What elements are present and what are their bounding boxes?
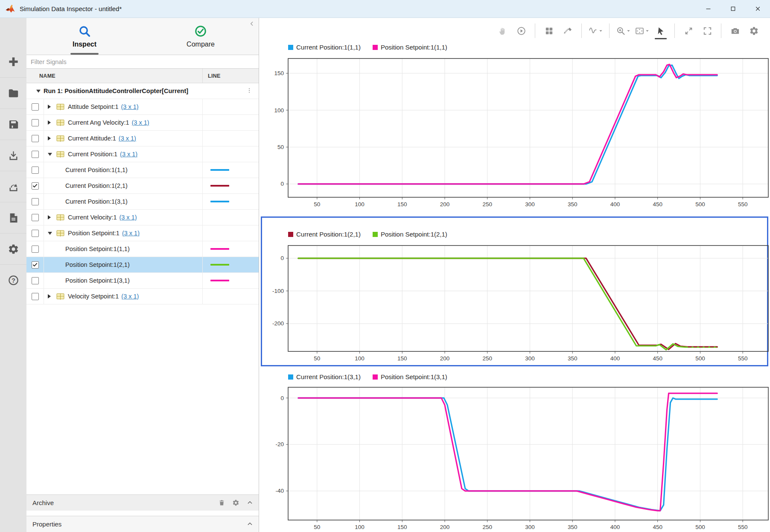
- legend-item[interactable]: Position Setpoint:1(2,1): [373, 231, 447, 238]
- chart-2-plot[interactable]: 501001502002503003504004505005500-100-20…: [259, 241, 770, 365]
- tab-inspect[interactable]: Inspect: [26, 18, 143, 55]
- chart-3-plot[interactable]: 501001502002503003504004505005500-20-40: [259, 383, 770, 532]
- signal-checkbox[interactable]: [32, 277, 39, 284]
- signal-checkbox[interactable]: [32, 293, 39, 300]
- archive-settings-icon[interactable]: [232, 499, 239, 506]
- archive-trash-icon[interactable]: [218, 499, 225, 506]
- signal-group-row[interactable]: Current Attitude:1(3 x 1): [26, 131, 259, 146]
- matrix-signal-icon: [56, 214, 64, 221]
- line-style-swatch[interactable]: [210, 264, 229, 266]
- signal-dims-link[interactable]: (3 x 1): [120, 151, 137, 158]
- dropdown-caret-icon[interactable]: [599, 29, 603, 33]
- line-style-swatch[interactable]: [210, 201, 229, 202]
- save-button[interactable]: [0, 108, 26, 140]
- signal-checkbox[interactable]: [32, 167, 39, 174]
- properties-bar[interactable]: Properties: [26, 516, 259, 532]
- signal-row[interactable]: Current Position:1(1,1): [26, 162, 259, 178]
- expand-caret-icon[interactable]: [48, 105, 51, 109]
- signal-checkbox[interactable]: [32, 119, 39, 126]
- run-options-kebab-icon[interactable]: [246, 87, 253, 95]
- signal-checkbox[interactable]: [32, 246, 39, 253]
- signal-checkbox[interactable]: [32, 135, 39, 142]
- subplot-layout-button[interactable]: [540, 21, 558, 40]
- collapse-caret-icon[interactable]: [48, 153, 52, 156]
- fullscreen-button[interactable]: [698, 21, 717, 40]
- signal-name-cell: Position Setpoint:1(2,1): [44, 261, 202, 268]
- signal-checkbox[interactable]: [32, 230, 39, 237]
- filter-signals-input[interactable]: [26, 55, 259, 69]
- expand-caret-icon[interactable]: [48, 136, 51, 140]
- new-button[interactable]: [0, 46, 26, 77]
- pan-button[interactable]: [493, 21, 512, 40]
- signal-checkbox[interactable]: [32, 151, 39, 158]
- legend-item[interactable]: Position Setpoint:1(1,1): [373, 44, 447, 51]
- maximize-plot-button[interactable]: [679, 21, 698, 40]
- run-collapse-caret-icon[interactable]: [36, 90, 41, 93]
- archive-bar[interactable]: Archive: [26, 494, 259, 511]
- clear-subplots-button[interactable]: [558, 21, 577, 40]
- snapshot-button[interactable]: [726, 21, 744, 40]
- archive-collapse-chevron-icon[interactable]: [246, 499, 254, 506]
- maximize-button[interactable]: [720, 0, 745, 18]
- signal-dims-link[interactable]: (3 x 1): [122, 230, 140, 237]
- legend-item[interactable]: Current Position:1(2,1): [288, 231, 361, 238]
- help-button[interactable]: ?: [0, 264, 26, 295]
- create-report-button[interactable]: [0, 202, 26, 233]
- zoom-button[interactable]: [614, 21, 633, 40]
- dropdown-caret-icon[interactable]: [627, 29, 630, 33]
- signal-dims-link[interactable]: (3 x 1): [121, 293, 139, 300]
- line-style-swatch[interactable]: [210, 248, 229, 250]
- run-row[interactable]: Run 1: PositionAttitudeControllerCopter[…: [26, 83, 259, 99]
- legend-item[interactable]: Position Setpoint:1(3,1): [373, 373, 447, 380]
- export-button[interactable]: [0, 171, 26, 202]
- close-button[interactable]: [745, 0, 770, 18]
- signal-checkbox[interactable]: [32, 214, 39, 221]
- line-style-swatch[interactable]: [210, 185, 229, 187]
- signal-group-row[interactable]: Current Velocity:1(3 x 1): [26, 210, 259, 225]
- expand-caret-icon[interactable]: [48, 215, 51, 219]
- matrix-signal-icon: [56, 230, 64, 237]
- signal-dims-link[interactable]: (3 x 1): [121, 103, 139, 110]
- signal-group-row[interactable]: Current Position:1(3 x 1): [26, 146, 259, 162]
- legend-item[interactable]: Current Position:1(3,1): [288, 373, 361, 380]
- preferences-button[interactable]: [0, 233, 26, 264]
- properties-collapse-chevron-icon[interactable]: [246, 520, 254, 528]
- expand-caret-icon[interactable]: [48, 294, 51, 298]
- import-button[interactable]: [0, 140, 26, 171]
- pointer-button[interactable]: [651, 21, 670, 40]
- signal-checkbox[interactable]: [32, 261, 39, 269]
- legend-item[interactable]: Current Position:1(1,1): [288, 44, 361, 51]
- signal-group-row[interactable]: Attitude Setpoint:1(3 x 1): [26, 99, 259, 115]
- signal-group-row[interactable]: Current Ang Velocity:1(3 x 1): [26, 115, 259, 131]
- expand-caret-icon[interactable]: [48, 120, 51, 125]
- collapse-caret-icon[interactable]: [48, 232, 52, 235]
- signal-group-row[interactable]: Position Setpoint:1(3 x 1): [26, 225, 259, 241]
- line-style-swatch[interactable]: [210, 169, 229, 171]
- replay-button[interactable]: [512, 21, 531, 40]
- signal-dims-link[interactable]: (3 x 1): [131, 119, 149, 126]
- settings-button[interactable]: [744, 21, 763, 40]
- signal-checkbox[interactable]: [32, 103, 39, 111]
- signal-row[interactable]: Position Setpoint:1(2,1): [26, 257, 259, 273]
- line-style-swatch[interactable]: [210, 280, 229, 281]
- signal-checkbox[interactable]: [32, 198, 39, 205]
- line-style-cell: [202, 162, 259, 178]
- fit-to-view-button[interactable]: [633, 21, 651, 40]
- chart-1-plot[interactable]: 5010015020025030035040045050055005010015…: [259, 54, 770, 211]
- signal-row[interactable]: Position Setpoint:1(1,1): [26, 241, 259, 257]
- open-button[interactable]: [0, 77, 26, 108]
- signal-dims-link[interactable]: (3 x 1): [119, 214, 137, 221]
- signal-group-row[interactable]: Velocity Setpoint:1(3 x 1): [26, 289, 259, 304]
- minimize-button[interactable]: [696, 0, 720, 18]
- signal-row[interactable]: Current Position:1(2,1): [26, 178, 259, 194]
- tab-inspect-label: Inspect: [73, 41, 96, 48]
- tab-compare[interactable]: Compare: [143, 18, 259, 55]
- dropdown-caret-icon[interactable]: [645, 29, 649, 33]
- signal-group-label: Current Position:1: [68, 151, 117, 158]
- signal-row[interactable]: Position Setpoint:1(3,1): [26, 273, 259, 289]
- collapse-panel-icon[interactable]: [249, 20, 255, 29]
- signal-dims-link[interactable]: (3 x 1): [119, 135, 136, 142]
- signal-row[interactable]: Current Position:1(3,1): [26, 194, 259, 210]
- signal-display-options-button[interactable]: [586, 21, 605, 40]
- signal-checkbox[interactable]: [32, 182, 39, 190]
